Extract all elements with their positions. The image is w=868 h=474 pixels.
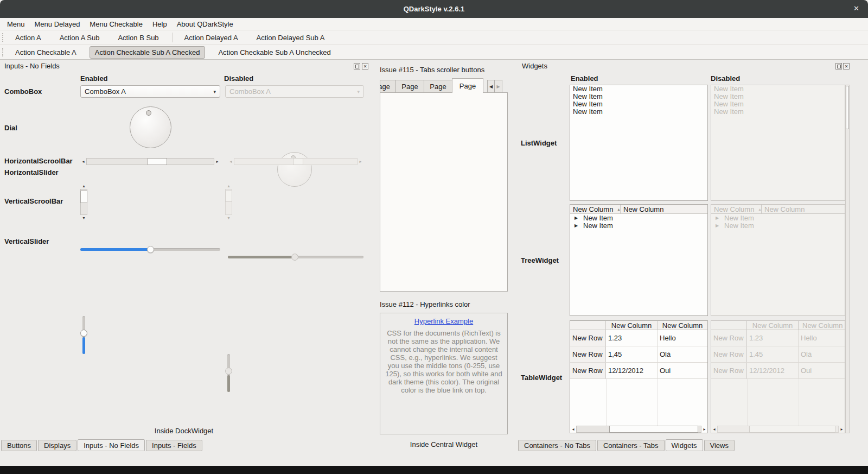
tab-page-0[interactable]: Page [380, 80, 396, 93]
table-column-header-1[interactable]: New Column [606, 321, 658, 330]
toolbar-separator [172, 33, 173, 42]
toolbar-drag-handle-icon[interactable] [2, 48, 4, 56]
scrollbar-handle[interactable] [148, 158, 167, 165]
tab-containers-tabs[interactable]: Containers - Tabs [597, 440, 665, 451]
scrollbar-track [225, 189, 232, 215]
horizontal-slider-enabled[interactable] [80, 245, 220, 253]
table-cell[interactable]: Olá [658, 346, 707, 362]
table-header-row: New Column New Column [711, 321, 845, 330]
toolbar-button-action-b-sub[interactable]: Action B Sub [112, 31, 164, 44]
list-item[interactable]: New Item [570, 85, 707, 93]
tab-views[interactable]: Views [704, 440, 735, 451]
list-item[interactable]: New Item [570, 100, 707, 108]
list-item[interactable]: New Item [570, 108, 707, 116]
slider-knob[interactable] [147, 246, 154, 253]
scrollbar-track[interactable] [80, 189, 87, 215]
toolbar-button-action-delayed-sub-a[interactable]: Action Delayed Sub A [251, 31, 330, 44]
toolbar-button-action-a[interactable]: Action A [10, 31, 47, 44]
table-cell: 1.45 [747, 346, 799, 362]
tree-column-header-2[interactable]: New Column [621, 205, 707, 213]
list-item: New Item [711, 93, 845, 100]
slider-knob[interactable] [80, 330, 87, 337]
menu-item-help[interactable]: Help [148, 19, 172, 29]
table-corner [711, 321, 747, 330]
table-row-header[interactable]: New Row [570, 346, 606, 362]
application-window: QDarkStyle v.2.6.1 ✕ Menu Menu Delayed M… [0, 0, 868, 474]
scrollbar-handle[interactable] [80, 191, 87, 203]
vertical-slider-enabled[interactable] [80, 316, 87, 354]
table-header-row: New Column New Column [570, 321, 707, 330]
menu-item-about-qdarkstyle[interactable]: About QDarkStyle [172, 19, 238, 29]
table-cell[interactable]: 12/12/2012 [606, 363, 658, 378]
tab-displays[interactable]: Displays [38, 440, 76, 451]
toolbar-button-action-checkable-sub-a-unchecked[interactable]: Action Checkable Sub A Unchecked [213, 46, 336, 59]
tab-containers-no-tabs[interactable]: Containers - No Tabs [518, 440, 596, 451]
dock-float-icon[interactable] [835, 63, 842, 69]
scroll-left-icon: ◂ [228, 158, 234, 165]
dock-vertical-scrollbar[interactable] [845, 85, 850, 433]
list-item[interactable]: New Item [570, 93, 707, 100]
tab-page-2[interactable]: Page [424, 80, 452, 93]
dock-close-icon[interactable]: ✕ [362, 63, 368, 69]
table-column-header-2: New Column [799, 321, 845, 330]
slider-knob [225, 368, 232, 375]
toolbar-drag-handle-icon[interactable] [2, 33, 4, 42]
titlebar: QDarkStyle v.2.6.1 ✕ [0, 0, 868, 18]
horizontal-scrollbar-enabled[interactable]: ◂ ▸ [80, 158, 220, 165]
toolbar-button-action-a-sub[interactable]: Action A Sub [54, 31, 105, 44]
dock-float-icon[interactable] [354, 63, 360, 69]
tree-row[interactable]: ▶ New Item [570, 222, 707, 229]
menu-item-menu[interactable]: Menu [2, 19, 30, 29]
scroll-down-icon[interactable]: ▾ [80, 215, 87, 221]
table-cell[interactable]: 1.23 [606, 330, 658, 346]
vertical-scrollbar-enabled[interactable]: ▴ ▾ [80, 183, 87, 221]
window-close-button[interactable]: ✕ [853, 4, 859, 12]
table-cell[interactable]: 1,45 [606, 346, 658, 362]
scroll-left-icon[interactable]: ◂ [80, 158, 86, 165]
tree-item-label: New Item [583, 214, 613, 222]
tab-page-3[interactable]: Page [452, 78, 483, 93]
table-cell[interactable]: Hello [658, 330, 707, 346]
tab-page-1[interactable]: Page [395, 80, 424, 93]
scroll-up-icon[interactable]: ▴ [80, 183, 87, 189]
scrollbar-handle[interactable] [846, 86, 849, 129]
tablewidget-enabled: New Column New Column New Row 1.23 Hello… [570, 320, 708, 433]
window-title: QDarkStyle v.2.6.1 [404, 5, 465, 13]
tree-column-header-1[interactable]: New Column ▴ [570, 205, 621, 213]
menu-item-menu-delayed[interactable]: Menu Delayed [30, 19, 85, 29]
combobox-enabled[interactable]: ComboBox A ▾ [80, 85, 220, 98]
table-cell[interactable]: Oui [658, 363, 707, 378]
tab-inputs-fields[interactable]: Inputs - Fields [146, 440, 202, 451]
tree-expand-icon[interactable]: ▶ [575, 216, 580, 220]
tree-row[interactable]: ▶ New Item [570, 214, 707, 222]
tree-item-label: New Item [724, 214, 754, 222]
toolbar-button-action-checkable-a[interactable]: Action Checkable A [10, 46, 82, 59]
table-horizontal-scrollbar[interactable]: ◂ ▸ [570, 426, 707, 433]
tree-expand-icon[interactable]: ▶ [575, 223, 580, 228]
tab-buttons[interactable]: Buttons [1, 440, 37, 451]
dial-disabled [277, 152, 312, 187]
dial-enabled[interactable] [130, 106, 171, 148]
scrollbar-handle [749, 426, 835, 433]
table-row-header[interactable]: New Row [570, 330, 606, 346]
tab-inputs-no-fields[interactable]: Inputs - No Fields [78, 439, 145, 451]
hyperlink-example-link[interactable]: Hyperlink Example [414, 317, 473, 325]
tree-item-label: New Item [583, 222, 613, 230]
table-row-header[interactable]: New Row [570, 363, 606, 378]
table-column-header-2[interactable]: New Column [658, 321, 707, 330]
scrollbar-handle[interactable] [609, 426, 698, 433]
scroll-right-icon[interactable]: ▸ [214, 158, 220, 165]
tab-widgets[interactable]: Widgets [666, 439, 703, 451]
table-corner [570, 321, 606, 330]
tab-scroll-left-icon[interactable]: ◀ [487, 80, 495, 93]
scrollbar-track[interactable] [576, 426, 701, 433]
list-item: New Item [711, 100, 845, 108]
scroll-right-icon[interactable]: ▸ [701, 426, 707, 433]
scrollbar-track[interactable] [86, 158, 214, 165]
toolbar-button-action-delayed-a[interactable]: Action Delayed A [179, 31, 244, 44]
scroll-left-icon[interactable]: ◂ [570, 426, 576, 433]
tab-scroll-right-icon[interactable]: ▶ [495, 80, 502, 93]
dock-close-icon[interactable]: ✕ [843, 63, 850, 69]
toolbar-button-action-checkable-sub-a-checked[interactable]: Action Checkable Sub A Checked [90, 46, 206, 59]
menu-item-menu-checkable[interactable]: Menu Checkable [85, 19, 148, 29]
